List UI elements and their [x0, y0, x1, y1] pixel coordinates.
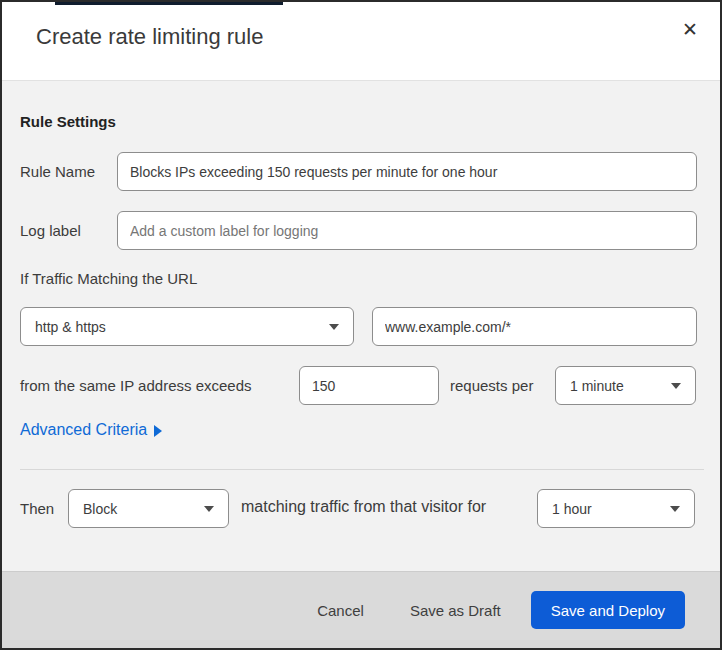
- threshold-prefix-text: from the same IP address exceeds: [20, 377, 252, 394]
- log-label-label: Log label: [20, 222, 81, 239]
- dialog-body: Rule Settings Rule Name Log label If Tra…: [2, 82, 720, 571]
- log-label-input[interactable]: [117, 211, 697, 250]
- create-rate-limiting-rule-dialog: Create rate limiting rule ✕ Rule Setting…: [0, 0, 722, 650]
- url-pattern-input[interactable]: [372, 307, 697, 346]
- save-and-deploy-button[interactable]: Save and Deploy: [531, 591, 685, 629]
- period-dropdown-value: 1 minute: [570, 378, 624, 394]
- dialog-footer: Cancel Save as Draft Save and Deploy: [2, 571, 720, 648]
- traffic-match-intro: If Traffic Matching the URL: [20, 270, 197, 287]
- advanced-criteria-label: Advanced Criteria: [20, 421, 147, 439]
- scheme-dropdown-value: http & https: [35, 319, 106, 335]
- chevron-down-icon: [670, 506, 680, 512]
- threshold-input[interactable]: [299, 366, 439, 405]
- chevron-down-icon: [204, 506, 214, 512]
- scheme-dropdown[interactable]: http & https: [20, 307, 354, 346]
- chevron-down-icon: [671, 383, 681, 389]
- rule-name-label: Rule Name: [20, 163, 95, 180]
- period-dropdown[interactable]: 1 minute: [555, 366, 696, 405]
- close-icon[interactable]: ✕: [677, 17, 703, 43]
- rule-settings-heading: Rule Settings: [20, 113, 116, 130]
- dialog-title: Create rate limiting rule: [36, 24, 263, 50]
- dialog-header: Create rate limiting rule ✕: [2, 2, 720, 81]
- duration-dropdown[interactable]: 1 hour: [537, 489, 695, 528]
- advanced-criteria-link[interactable]: Advanced Criteria: [20, 421, 162, 439]
- background-page-edge: [55, 2, 283, 5]
- threshold-suffix-text: requests per: [450, 377, 533, 394]
- duration-dropdown-value: 1 hour: [552, 501, 592, 517]
- then-label: Then: [20, 500, 54, 517]
- save-as-draft-button[interactable]: Save as Draft: [410, 602, 501, 619]
- chevron-down-icon: [329, 324, 339, 330]
- section-divider: [20, 469, 704, 470]
- action-dropdown[interactable]: Block: [68, 489, 229, 528]
- action-dropdown-value: Block: [83, 501, 117, 517]
- then-middle-text: matching traffic from that visitor for: [241, 498, 486, 516]
- rule-name-input[interactable]: [117, 152, 697, 191]
- caret-right-icon: [154, 425, 162, 437]
- cancel-button[interactable]: Cancel: [317, 602, 364, 619]
